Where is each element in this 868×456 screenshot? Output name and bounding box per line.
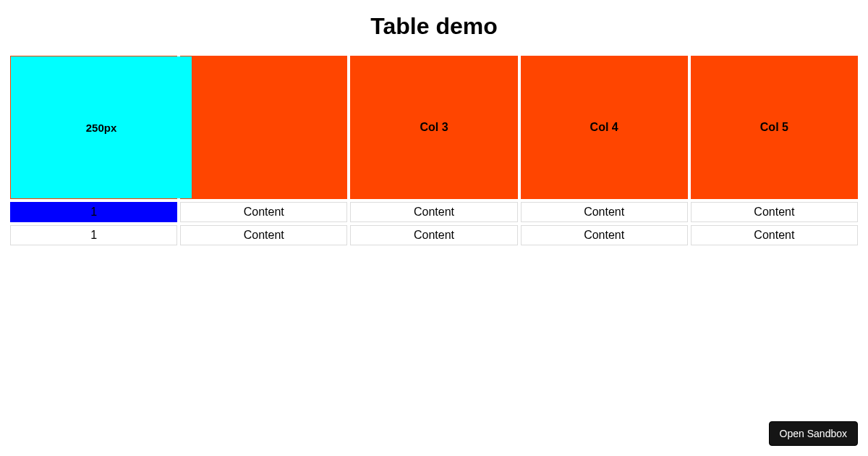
cell-r2-c3: Content [350, 225, 517, 245]
cell-r1-c4: Content [521, 202, 688, 222]
cell-r1-c5: Content [691, 202, 858, 222]
header-col-3-label: Col 3 [420, 121, 448, 133]
cell-r2-c5: Content [691, 225, 858, 245]
table-row: 1 Content Content Content Content [10, 225, 858, 245]
header-col-1-label: 250px [86, 122, 117, 134]
cell-r1-c1: 1 [10, 202, 177, 222]
demo-table: 250px Col 3 Col 4 Col 5 1 C [7, 53, 861, 248]
header-col-2 [180, 56, 347, 199]
header-col-4-label: Col 4 [590, 121, 618, 133]
cell-r2-c4: Content [521, 225, 688, 245]
header-col-5-label: Col 5 [760, 121, 788, 133]
header-col-4: Col 4 [521, 56, 688, 199]
cell-r2-c1: 1 [10, 225, 177, 245]
page-title: Table demo [0, 13, 868, 40]
cell-r1-c2: Content [180, 202, 347, 222]
header-col-5: Col 5 [691, 56, 858, 199]
table-container: 250px Col 3 Col 4 Col 5 1 C [0, 53, 868, 248]
header-col-1-inner: 250px [11, 56, 192, 198]
cell-r1-c3: Content [350, 202, 517, 222]
table-header-row: 250px Col 3 Col 4 Col 5 [10, 56, 858, 199]
header-col-3: Col 3 [350, 56, 517, 199]
header-col-1: 250px [10, 56, 177, 199]
cell-r2-c2: Content [180, 225, 347, 245]
table-row: 1 Content Content Content Content [10, 202, 858, 222]
open-sandbox-button[interactable]: Open Sandbox [769, 421, 858, 446]
